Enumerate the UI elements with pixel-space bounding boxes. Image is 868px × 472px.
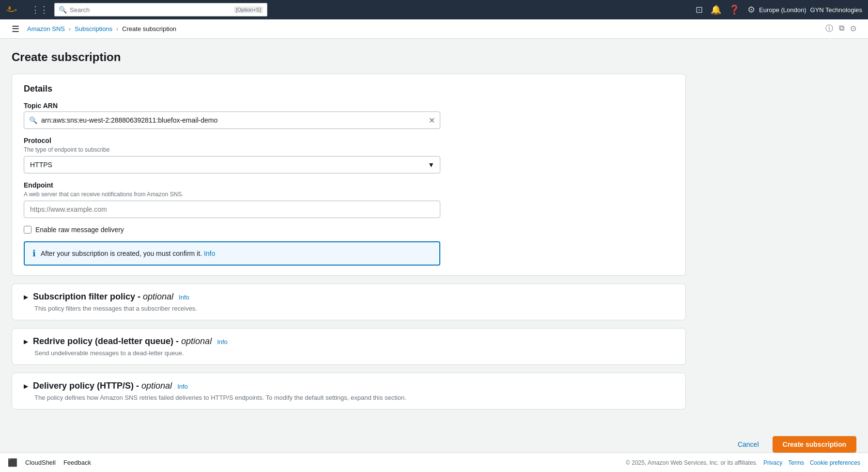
delivery-policy-info-link[interactable]: Info: [177, 383, 188, 390]
info-banner-text: After your subscription is created, you …: [41, 250, 215, 257]
filter-policy-info-link[interactable]: Info: [179, 294, 189, 301]
protocol-desc: The type of endpoint to subscribe: [24, 146, 674, 153]
bell-icon[interactable]: 🔔: [711, 4, 721, 15]
global-search-bar[interactable]: 🔍 [Option+S]: [54, 3, 267, 16]
breadcrumb-bar: ☰ Amazon SNS › Subscriptions › Create su…: [0, 19, 868, 39]
aws-logo[interactable]: [6, 4, 23, 15]
topic-arn-field: Topic ARN 🔍 ✕: [24, 102, 674, 129]
create-subscription-button[interactable]: Create subscription: [773, 436, 856, 453]
breadcrumb-sep-2: ›: [116, 26, 118, 32]
help-icon[interactable]: ❓: [729, 4, 740, 15]
footer-actions: Cancel Create subscription: [730, 436, 856, 453]
protocol-field: Protocol The type of endpoint to subscri…: [24, 137, 674, 173]
topic-arn-search-icon: 🔍: [29, 116, 37, 124]
cookie-prefs-link[interactable]: Cookie preferences: [810, 459, 860, 466]
delivery-policy-arrow: ▶: [24, 383, 28, 390]
nav-icons: ⊡ 🔔 ❓ ⚙: [696, 4, 755, 15]
share-icon[interactable]: ⧉: [839, 24, 844, 34]
info-banner: ℹ After your subscription is created, yo…: [24, 241, 440, 266]
topic-arn-label: Topic ARN: [24, 102, 674, 110]
info-banner-link[interactable]: Info: [204, 250, 215, 257]
breadcrumb-sep-1: ›: [69, 26, 71, 32]
delivery-policy-header[interactable]: ▶ Delivery policy (HTTP/S) - optional In…: [24, 381, 674, 391]
protocol-select-wrap: HTTPS HTTP Email Email-JSON Amazon SQS A…: [24, 156, 440, 173]
search-icon: 🔍: [59, 6, 67, 14]
cancel-button[interactable]: Cancel: [730, 437, 767, 452]
account-selector[interactable]: GYN Technologies: [810, 6, 862, 14]
cloudshell-icon: ⬛: [8, 458, 17, 467]
filter-policy-header[interactable]: ▶ Subscription filter policy - optional …: [24, 292, 674, 302]
privacy-link[interactable]: Privacy: [763, 459, 782, 466]
endpoint-label: Endpoint: [24, 181, 674, 189]
filter-policy-desc: This policy filters the messages that a …: [34, 305, 674, 312]
menu-hamburger[interactable]: ☰: [12, 24, 19, 34]
topic-arn-input[interactable]: [41, 116, 425, 124]
cloudshell-label[interactable]: CloudShell: [25, 459, 56, 466]
terminal-icon[interactable]: ⊡: [696, 4, 703, 15]
redrive-policy-title: Redrive policy (dead-letter queue) - opt…: [33, 336, 228, 346]
raw-message-label[interactable]: Enable raw message delivery: [35, 226, 124, 234]
endpoint-desc: A web server that can receive notificati…: [24, 191, 674, 198]
page-title: Create subscription: [12, 50, 686, 64]
protocol-label: Protocol: [24, 137, 674, 144]
delivery-policy-card: ▶ Delivery policy (HTTP/S) - optional In…: [12, 373, 686, 409]
main-content: Create subscription Details Topic ARN 🔍 …: [0, 39, 698, 456]
redrive-policy-arrow: ▶: [24, 338, 28, 345]
filter-policy-arrow: ▶: [24, 294, 28, 300]
topic-arn-input-wrap: 🔍 ✕: [24, 111, 440, 129]
filter-policy-card: ▶ Subscription filter policy - optional …: [12, 283, 686, 320]
details-card: Details Topic ARN 🔍 ✕ Protocol The type …: [12, 74, 686, 276]
copyright-text: © 2025, Amazon Web Services, Inc. or its…: [626, 459, 758, 466]
info-banner-icon: ℹ: [32, 248, 36, 259]
raw-message-checkbox[interactable]: [24, 226, 31, 234]
filter-policy-title: Subscription filter policy - optional In…: [33, 292, 189, 302]
breadcrumb-home[interactable]: Amazon SNS: [27, 25, 65, 32]
bottom-bar: ⬛ CloudShell Feedback © 2025, Amazon Web…: [0, 453, 868, 472]
breadcrumb-current: Create subscription: [122, 25, 176, 32]
redrive-policy-info-link[interactable]: Info: [217, 338, 228, 346]
apps-grid-icon[interactable]: ⋮⋮: [29, 2, 50, 17]
region-selector[interactable]: Europe (London): [759, 6, 806, 14]
info-circle-icon[interactable]: ⓘ: [825, 24, 833, 34]
details-card-title: Details: [24, 84, 674, 94]
settings-icon[interactable]: ⚙: [747, 4, 755, 15]
bottom-bar-right: © 2025, Amazon Web Services, Inc. or its…: [626, 459, 860, 466]
topic-arn-clear-icon[interactable]: ✕: [429, 116, 435, 125]
search-input[interactable]: [70, 6, 231, 14]
redrive-policy-desc: Send undeliverable messages to a dead-le…: [34, 349, 674, 357]
delivery-policy-desc: The policy defines how Amazon SNS retrie…: [34, 394, 674, 401]
terms-link[interactable]: Terms: [788, 459, 804, 466]
breadcrumb-parent[interactable]: Subscriptions: [75, 25, 112, 32]
redrive-policy-card: ▶ Redrive policy (dead-letter queue) - o…: [12, 328, 686, 365]
delivery-policy-title: Delivery policy (HTTP/S) - optional Info: [33, 381, 188, 391]
feedback-label[interactable]: Feedback: [63, 459, 91, 466]
external-link-icon[interactable]: ⊙: [850, 24, 856, 34]
breadcrumb-actions: ⓘ ⧉ ⊙: [825, 24, 856, 34]
protocol-select[interactable]: HTTPS HTTP Email Email-JSON Amazon SQS A…: [24, 156, 440, 173]
top-navigation: ⋮⋮ 🔍 [Option+S] ⊡ 🔔 ❓ ⚙ Europe (London) …: [0, 0, 868, 19]
raw-message-checkbox-wrap: Enable raw message delivery: [24, 226, 674, 234]
redrive-policy-header[interactable]: ▶ Redrive policy (dead-letter queue) - o…: [24, 336, 674, 346]
search-shortcut: [Option+S]: [234, 6, 263, 13]
endpoint-input[interactable]: [24, 201, 440, 218]
endpoint-field: Endpoint A web server that can receive n…: [24, 181, 674, 218]
